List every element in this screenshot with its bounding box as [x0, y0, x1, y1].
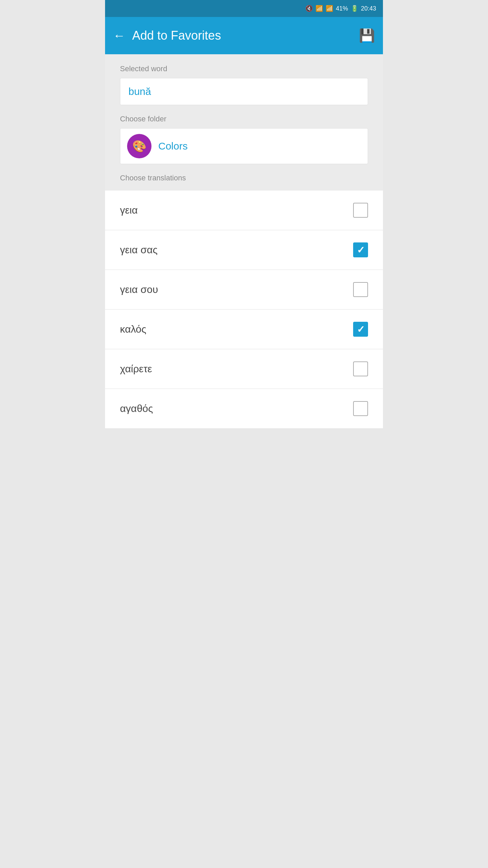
translation-text: καλός [120, 323, 146, 335]
folder-selector[interactable]: 🎨 Colors [120, 128, 368, 164]
translation-item[interactable]: χαίρετε [105, 349, 383, 389]
app-bar: ← Add to Favorites 💾 [105, 17, 383, 54]
status-bar: 🔇 📶 📶 41% 🔋 20:43 [105, 0, 383, 17]
status-icons: 🔇 📶 📶 41% 🔋 20:43 [305, 5, 376, 12]
content-area: Selected word bună Choose folder 🎨 Color… [105, 54, 383, 191]
translation-checkbox[interactable] [353, 401, 368, 416]
translation-checkbox[interactable] [353, 203, 368, 218]
selected-word-value: bună [128, 86, 151, 97]
translation-item[interactable]: αγαθός [105, 389, 383, 428]
translations-list: γειαγεια σαςγεια σουκαλόςχαίρετεαγαθός [105, 191, 383, 428]
choose-folder-label: Choose folder [120, 115, 368, 123]
translation-checkbox[interactable] [353, 361, 368, 376]
palette-icon: 🎨 [132, 139, 146, 153]
translation-checkbox[interactable] [353, 282, 368, 297]
translation-checkbox[interactable] [353, 242, 368, 257]
page-title: Add to Favorites [132, 28, 221, 43]
battery-icon: 🔋 [351, 5, 358, 12]
mute-icon: 🔇 [305, 5, 313, 12]
folder-name: Colors [158, 140, 188, 152]
translation-text: χαίρετε [120, 363, 152, 375]
selected-word-label: Selected word [120, 64, 368, 73]
translation-text: γεια σου [120, 284, 158, 295]
signal-icon: 📶 [326, 5, 333, 12]
selected-word-field[interactable]: bună [120, 78, 368, 105]
choose-translations-label: Choose translations [120, 174, 368, 182]
translation-checkbox[interactable] [353, 322, 368, 337]
translation-item[interactable]: γεια σου [105, 270, 383, 310]
app-bar-left: ← Add to Favorites [113, 28, 221, 43]
battery-text: 41% [336, 5, 348, 12]
translation-text: αγαθός [120, 403, 153, 414]
translation-item[interactable]: καλός [105, 310, 383, 349]
save-button[interactable]: 💾 [359, 28, 375, 43]
translation-item[interactable]: γεια [105, 191, 383, 230]
wifi-icon: 📶 [316, 5, 323, 12]
back-button[interactable]: ← [113, 28, 125, 43]
folder-icon-circle: 🎨 [127, 134, 151, 158]
translation-text: γεια σας [120, 244, 158, 256]
translation-item[interactable]: γεια σας [105, 230, 383, 270]
translation-text: γεια [120, 204, 138, 216]
time-text: 20:43 [361, 5, 376, 12]
